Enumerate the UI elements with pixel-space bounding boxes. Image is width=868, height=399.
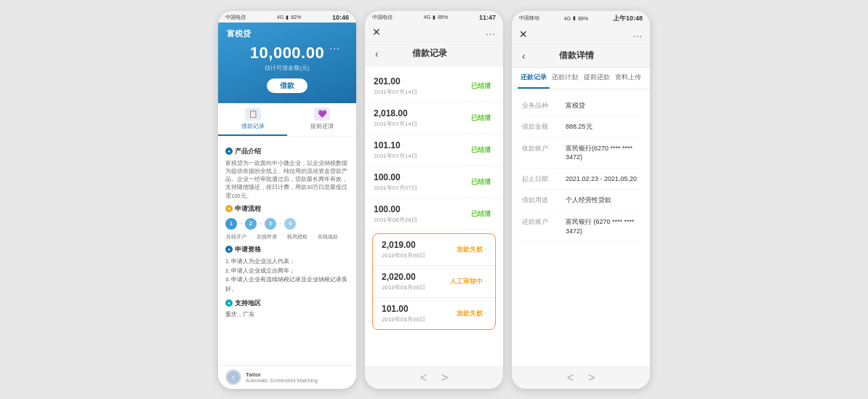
loan-amount-h1: 2,020.00 [382,272,450,282]
phone1-dots[interactable]: ... [329,40,340,52]
carrier-3: 中国移动 [519,15,539,22]
loan-item-1[interactable]: 2,018.00 2031年07月14日 已结清 › [365,102,503,134]
detail-label-3: 起止日期 [522,174,566,184]
tab-upload[interactable]: 资料上传 [613,68,645,89]
detail-row-4: 借款用途 个人经营性贷款 [522,190,640,211]
step-4: 4 [284,218,296,230]
carrier-2: 中国电信 [372,14,393,21]
borrow-button[interactable]: 借款 [267,78,308,93]
qualify-list: 1. 申请人为企业法人代表； 2. 申请人企业成立台两年； 3. 申请人企业有连… [225,257,349,294]
loan-status-0: 已结清 [471,81,491,91]
loan-item-4[interactable]: 100.00 2031年06月28日 已结清 › [365,198,503,230]
phone2-header: ‹ 借款记录 [365,42,503,66]
qualify-icon: ● [225,246,233,253]
loan-amount-1: 2,018.00 [374,108,471,118]
loan-amount-3: 100.00 [374,172,471,182]
loan-item-3[interactable]: 100.00 2031年07月07日 已结清 › [365,166,503,198]
step-3: 3 [265,218,276,230]
loans-icon: 📋 [245,108,261,121]
step-label-2: 在线申请 [256,234,278,241]
loan-status-1: 已结清 [471,113,491,123]
next-btn-2[interactable]: > [441,371,448,384]
network-2: 4G [424,15,430,20]
chevron-1: › [492,114,494,121]
footer-avatar: T [225,369,241,385]
page-title-3: 借款详情 [559,49,594,62]
detail-value-1: 888.25元 [566,122,640,132]
phone3-header: ‹ 借款详情 [512,44,650,68]
section-title-process: ● 申请流程 [225,204,349,214]
loan-date-2: 2031年07月14日 [374,152,471,160]
footer-subtitle: Automatic Screenshot Matching [246,378,318,383]
process-icon: ● [225,205,233,212]
battery-icon-1: ▮ [286,15,289,20]
tab-repay-record[interactable]: 还款记录 [518,68,550,89]
more-btn-2[interactable]: ... [486,26,496,37]
footer-brand: Tailor [246,371,318,378]
loan-item-2[interactable]: 101.10 2031年07月14日 已结清 › [365,134,503,166]
battery-pct-2: 89% [438,15,448,20]
loan-date-h0: 2019年03月06日 [382,251,457,259]
loan-item-0[interactable]: 201.00 2031年07月14日 已结清 › [365,70,503,102]
tab-early-repay[interactable]: 提前还款 [581,68,613,89]
loan-status-4: 已结清 [471,209,491,219]
support-icon: ● [225,299,233,307]
phone1-header: 富税贷 ... 10,000.00 估计可借金额(元) 借款 [218,23,356,103]
phone3-tabs: 还款记录 还款计划 提前还款 资料上传 [512,68,650,89]
phone3-body: 业务品种 富税贷 借款金额 888.25元 收款账户 富民银行(6270 ***… [512,89,650,373]
loan-amount-4: 100.00 [374,204,471,214]
section-title-qualify: ● 申请资格 [225,245,349,254]
status-bar-3: 中国移动 4G ▮ 89% 上午10:48 [512,11,650,25]
phone3-footer: < > [512,366,650,389]
loan-date-h1: 2019年03月06日 [382,283,450,291]
next-btn-3[interactable]: > [588,371,595,384]
prev-btn-3[interactable]: < [567,371,574,384]
chevron-h1: › [484,278,486,285]
loan-status-h0: 放款失败 [457,245,483,254]
detail-label-2: 收款账户 [522,144,566,153]
phone1-footer: T Tailor Automatic Screenshot Matching [218,365,356,389]
detail-label-4: 借款用途 [522,196,566,205]
phone-2: 中国电信 4G ▮ 89% 11:47 ✕ ... ‹ 借款记录 201.00 [365,11,503,389]
chevron-4: › [492,210,494,217]
back-btn-2[interactable]: ‹ [374,47,380,61]
close-btn-2[interactable]: ✕ [372,26,381,38]
detail-label-5: 还款账户 [522,217,566,227]
time-1: 10:46 [332,14,349,21]
status-bar-2: 中国电信 4G ▮ 89% 11:47 [365,11,503,23]
support-areas: 重庆，广东 [225,311,349,318]
phone1-nav: 📋 借款记录 💜 提前还清 [218,103,356,137]
nav-item-loans[interactable]: 📋 借款记录 [218,103,287,136]
detail-row-3: 起止日期 2021.02.23 - 2021.05.20 [522,169,640,190]
loan-item-h2[interactable]: 101.00 2019年03月06日 放款失败 › [373,298,495,329]
battery-icon-3: ▮ [573,15,576,21]
prev-btn-2[interactable]: < [420,371,427,384]
phone1-body: ● 产品介绍 富税贷为一款面向中小微企业，以企业纳税数据为提供依据的全线上、纯信… [218,137,356,389]
repay-icon: 💜 [314,108,330,121]
step-2: 2 [245,218,257,230]
close-btn-3[interactable]: ✕ [519,28,528,40]
detail-label-1: 借款金额 [522,122,566,132]
chevron-0: › [492,82,494,89]
intro-icon: ● [225,148,233,155]
network-3: 4G [564,16,571,21]
loan-item-h1[interactable]: 2,020.00 2019年03月06日 人工审核中 › [373,266,495,298]
tab-repay-plan[interactable]: 还款计划 [550,68,582,89]
more-btn-3[interactable]: ... [632,28,643,39]
back-btn-3[interactable]: ‹ [521,49,527,63]
battery-pct-1: 82% [291,15,301,20]
nav-label-loans: 借款记录 [241,122,265,130]
section-title-support: ● 支持地区 [225,299,349,308]
step-label-1: 在线开户 [225,234,247,241]
loan-item-h0[interactable]: 2,019.00 2019年03月06日 放款失败 › [373,234,495,266]
phone2-footer: < > [365,366,503,389]
nav-label-repay: 提前还清 [310,122,334,130]
normal-loans-list: 201.00 2031年07月14日 已结清 › 2,018.00 2031年0… [365,70,503,230]
loan-date-0: 2031年07月14日 [374,88,471,96]
loan-status-3: 已结清 [471,177,491,187]
loan-date-1: 2031年07月14日 [374,120,471,128]
detail-value-5: 富民银行 (6270 **** **** 3472) [566,217,640,235]
loan-status-h1: 人工审核中 [450,277,483,286]
nav-item-repay[interactable]: 💜 提前还清 [287,103,356,136]
detail-value-2: 富民银行(6270 **** **** 3472) [566,144,640,162]
